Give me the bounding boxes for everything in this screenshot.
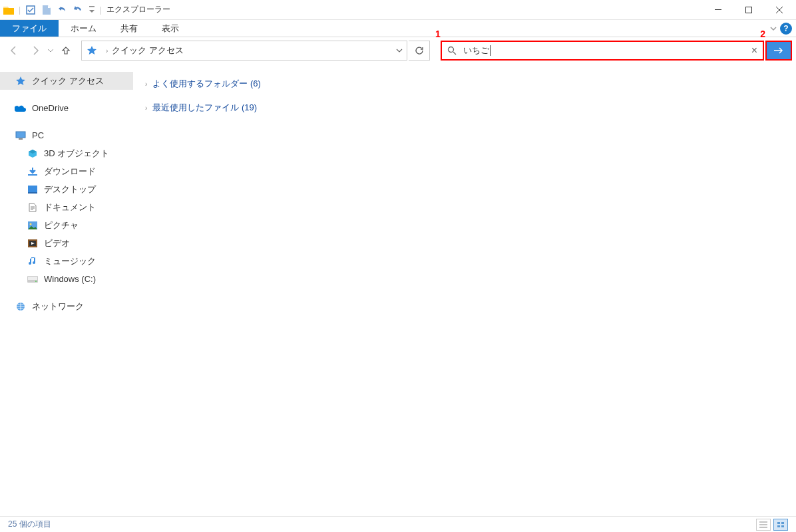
qat-dropdown-icon[interactable] bbox=[87, 3, 97, 17]
status-item-count: 25 個の項目 bbox=[8, 519, 51, 530]
group-label: よく使用するフォルダー (6) bbox=[152, 78, 261, 90]
sidebar-item-music[interactable]: ミュージック bbox=[0, 252, 133, 270]
sidebar-label: ドキュメント bbox=[44, 201, 96, 213]
cube-icon bbox=[27, 148, 39, 160]
sidebar-label: ダウンロード bbox=[44, 166, 96, 178]
annotation-1: 1 bbox=[435, 29, 441, 39]
sidebar-item-3d-objects[interactable]: 3D オブジェクト bbox=[0, 144, 133, 162]
sidebar-label: デスクトップ bbox=[44, 184, 96, 196]
sidebar-label: Windows (C:) bbox=[44, 274, 96, 284]
star-icon bbox=[15, 75, 27, 87]
group-label: 最近使用したファイル (19) bbox=[152, 102, 257, 114]
nav-history-dropdown[interactable] bbox=[47, 48, 55, 53]
svg-rect-9 bbox=[28, 192, 37, 194]
svg-point-4 bbox=[449, 47, 454, 53]
search-wrap: 1 2 いちご × bbox=[441, 41, 792, 61]
search-icon bbox=[447, 46, 457, 55]
main: クイック アクセス OneDrive PC 3D オブジェクト ダウンロード デ… bbox=[0, 64, 796, 516]
sidebar-item-pc[interactable]: PC bbox=[0, 126, 133, 144]
search-go-button[interactable] bbox=[765, 41, 792, 61]
folder-app-icon bbox=[1, 3, 16, 17]
svg-rect-3 bbox=[746, 7, 752, 13]
sidebar-item-desktop[interactable]: デスクトップ bbox=[0, 180, 133, 198]
nav-forward-button[interactable] bbox=[25, 41, 45, 61]
qat-undo-icon[interactable] bbox=[55, 3, 70, 17]
qat-new-folder-icon[interactable] bbox=[39, 3, 54, 17]
svg-rect-5 bbox=[16, 132, 25, 138]
svg-point-11 bbox=[30, 223, 32, 225]
ribbon-right-controls: ? bbox=[769, 20, 796, 37]
address-dropdown-icon[interactable] bbox=[396, 47, 403, 54]
view-details-button[interactable] bbox=[756, 519, 771, 531]
sidebar-label: 3D オブジェクト bbox=[44, 148, 109, 160]
cloud-icon bbox=[15, 102, 27, 114]
breadcrumb-current[interactable]: クイック アクセス bbox=[112, 45, 184, 57]
refresh-button[interactable] bbox=[409, 41, 430, 61]
sidebar: クイック アクセス OneDrive PC 3D オブジェクト ダウンロード デ… bbox=[0, 64, 133, 516]
chevron-right-icon: › bbox=[145, 104, 147, 112]
quick-access-icon bbox=[86, 45, 98, 57]
network-icon bbox=[15, 301, 27, 313]
qat-properties-icon[interactable] bbox=[23, 3, 38, 17]
tab-home[interactable]: ホーム bbox=[59, 20, 108, 37]
sidebar-item-c-drive[interactable]: Windows (C:) bbox=[0, 270, 133, 288]
svg-point-16 bbox=[35, 281, 37, 282]
sidebar-label: OneDrive bbox=[32, 103, 69, 113]
svg-rect-6 bbox=[19, 138, 23, 140]
view-icons-button[interactable] bbox=[773, 519, 788, 531]
breadcrumb-separator-icon: › bbox=[106, 47, 108, 55]
svg-rect-7 bbox=[28, 174, 37, 176]
titlebar-left: | | エクスプローラー bbox=[1, 3, 170, 17]
tab-share[interactable]: 共有 bbox=[108, 20, 150, 37]
sidebar-item-documents[interactable]: ドキュメント bbox=[0, 198, 133, 216]
qat-separator: | bbox=[19, 5, 21, 15]
sidebar-item-onedrive[interactable]: OneDrive bbox=[0, 99, 133, 117]
picture-icon bbox=[27, 219, 39, 231]
sidebar-label: クイック アクセス bbox=[32, 75, 104, 87]
sidebar-item-pictures[interactable]: ピクチャ bbox=[0, 216, 133, 234]
sidebar-label: ビデオ bbox=[44, 237, 70, 249]
titlebar: | | エクスプローラー bbox=[0, 0, 796, 20]
sidebar-item-network[interactable]: ネットワーク bbox=[0, 297, 133, 315]
clear-search-icon[interactable]: × bbox=[751, 45, 757, 57]
search-input[interactable]: いちご × bbox=[441, 41, 764, 61]
svg-rect-21 bbox=[781, 525, 784, 527]
svg-rect-2 bbox=[715, 9, 721, 10]
qat-redo-icon[interactable] bbox=[71, 3, 86, 17]
svg-rect-18 bbox=[777, 522, 780, 524]
tab-file[interactable]: ファイル bbox=[0, 20, 59, 37]
sidebar-item-quick-access[interactable]: クイック アクセス bbox=[0, 72, 133, 90]
tab-view[interactable]: 表示 bbox=[150, 20, 191, 37]
group-frequent-folders[interactable]: › よく使用するフォルダー (6) bbox=[138, 76, 791, 92]
sidebar-item-videos[interactable]: ビデオ bbox=[0, 234, 133, 252]
sidebar-label: ピクチャ bbox=[44, 219, 79, 231]
ribbon-tabs: ファイル ホーム 共有 表示 ? bbox=[0, 20, 796, 37]
window-title: エクスプローラー bbox=[106, 4, 170, 15]
maximize-button[interactable] bbox=[733, 0, 764, 20]
content-area: › よく使用するフォルダー (6) › 最近使用したファイル (19) bbox=[133, 64, 796, 516]
navbar: › クイック アクセス 1 2 いちご × bbox=[0, 37, 796, 64]
sidebar-label: ミュージック bbox=[44, 255, 96, 267]
minimize-button[interactable] bbox=[703, 0, 733, 20]
chevron-right-icon: › bbox=[145, 80, 147, 88]
close-button[interactable] bbox=[764, 0, 795, 20]
video-icon bbox=[27, 237, 39, 249]
svg-rect-20 bbox=[777, 525, 780, 527]
svg-rect-19 bbox=[781, 522, 784, 524]
sidebar-item-downloads[interactable]: ダウンロード bbox=[0, 162, 133, 180]
title-separator: | bbox=[99, 5, 101, 15]
music-icon bbox=[27, 255, 39, 267]
group-recent-files[interactable]: › 最近使用したファイル (19) bbox=[138, 100, 791, 116]
ribbon-collapse-icon[interactable] bbox=[769, 25, 777, 33]
svg-rect-1 bbox=[89, 6, 95, 7]
document-icon bbox=[27, 201, 39, 213]
annotation-2: 2 bbox=[760, 29, 765, 39]
status-right bbox=[756, 519, 788, 531]
drive-icon bbox=[27, 273, 39, 285]
address-bar[interactable]: › クイック アクセス bbox=[81, 41, 407, 61]
nav-up-button[interactable] bbox=[56, 41, 76, 61]
svg-rect-15 bbox=[28, 277, 37, 280]
desktop-icon bbox=[27, 184, 39, 196]
nav-back-button[interactable] bbox=[4, 41, 24, 61]
help-icon[interactable]: ? bbox=[780, 23, 792, 35]
